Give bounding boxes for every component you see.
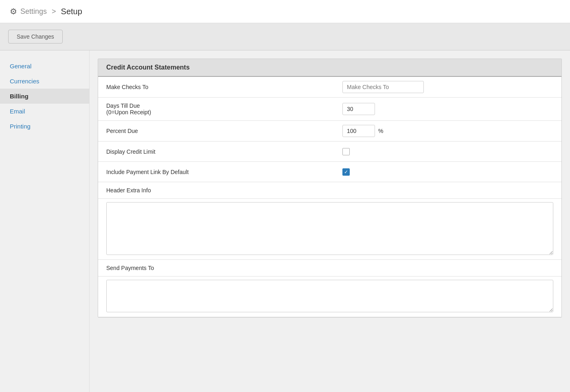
textarea-header-extra-info[interactable]	[106, 202, 553, 255]
sidebar-label-billing: Billing	[10, 93, 28, 100]
sidebar-link-currencies[interactable]: Currencies	[10, 78, 39, 85]
sidebar-item-currencies[interactable]: Currencies	[0, 74, 89, 89]
header-extra-info-label: Header Extra Info	[98, 182, 561, 199]
form-row-percent-due: Percent Due %	[98, 121, 561, 142]
sidebar-item-printing[interactable]: Printing	[0, 119, 89, 134]
form-row-make-checks-to: Make Checks To	[98, 77, 561, 98]
send-payments-to-label: Send Payments To	[98, 260, 561, 277]
checkbox-display-credit-limit[interactable]	[342, 148, 350, 155]
control-display-credit-limit	[334, 144, 561, 159]
header-extra-info-textarea-container	[98, 199, 561, 260]
label-make-checks-to: Make Checks To	[98, 79, 334, 95]
control-make-checks-to	[334, 77, 561, 97]
sidebar-link-general[interactable]: General	[10, 63, 31, 70]
control-days-till-due	[334, 99, 561, 119]
label-include-payment-link: Include Payment Link By Default	[98, 164, 334, 180]
input-days-till-due[interactable]	[342, 103, 375, 115]
section-title: Credit Account Statements	[98, 59, 561, 77]
label-days-till-due: Days Till Due (0=Upon Receipt)	[98, 98, 334, 120]
checkbox-include-payment-link[interactable]: ✓	[342, 168, 350, 176]
label-percent-due: Percent Due	[98, 123, 334, 139]
gear-icon: ⚙	[10, 7, 17, 16]
content-area: Credit Account Statements Make Checks To…	[90, 50, 570, 392]
breadcrumb-current: Setup	[61, 7, 82, 16]
sidebar-link-email[interactable]: Email	[10, 108, 25, 115]
toolbar: Save Changes	[0, 23, 570, 50]
sidebar-item-general[interactable]: General	[0, 59, 89, 74]
form-row-display-credit-limit: Display Credit Limit	[98, 142, 561, 162]
form-row-include-payment-link: Include Payment Link By Default ✓	[98, 162, 561, 182]
label-display-credit-limit: Display Credit Limit	[98, 144, 334, 160]
send-payments-to-textarea-container	[98, 277, 561, 317]
control-include-payment-link: ✓	[334, 164, 561, 180]
breadcrumb-separator: >	[52, 7, 56, 16]
page-header: ⚙ Settings > Setup	[0, 0, 570, 23]
sidebar: General Currencies Billing Email Printin…	[0, 50, 90, 392]
textarea-send-payments-to[interactable]	[106, 280, 553, 312]
input-make-checks-to[interactable]	[342, 81, 424, 93]
percent-symbol: %	[378, 128, 383, 134]
sidebar-link-printing[interactable]: Printing	[10, 123, 31, 130]
form-row-days-till-due: Days Till Due (0=Upon Receipt)	[98, 98, 561, 121]
control-percent-due: %	[334, 121, 561, 141]
input-percent-due[interactable]	[342, 125, 375, 137]
breadcrumb-settings: Settings	[20, 7, 47, 16]
main-layout: General Currencies Billing Email Printin…	[0, 50, 570, 392]
sidebar-item-email[interactable]: Email	[0, 104, 89, 119]
save-changes-button[interactable]: Save Changes	[8, 30, 63, 44]
section-card: Credit Account Statements Make Checks To…	[98, 59, 562, 318]
sidebar-item-billing[interactable]: Billing	[0, 89, 89, 104]
